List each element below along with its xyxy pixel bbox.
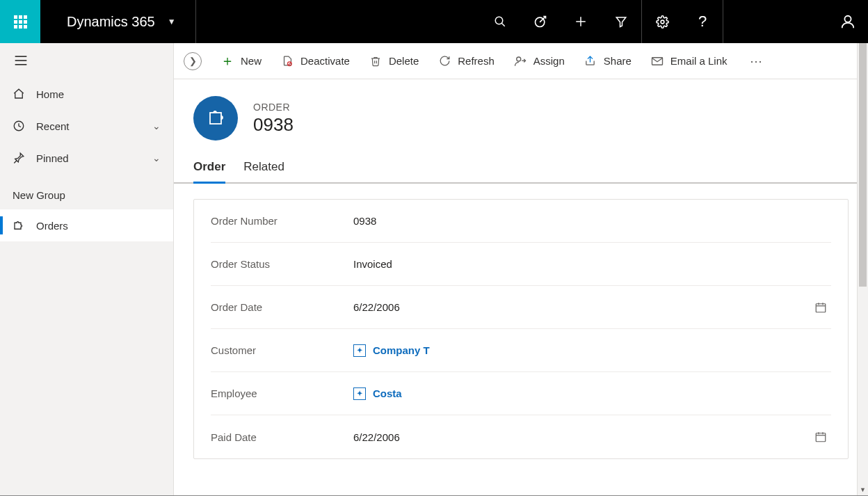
svg-point-8: [844, 16, 851, 22]
svg-line-1: [501, 23, 505, 26]
field-value: 6/22/2006: [353, 301, 814, 313]
lookup-icon: ✦: [353, 387, 366, 400]
gear-icon: [656, 15, 669, 29]
cmd-assign[interactable]: Assign: [514, 55, 565, 67]
trash-icon: [369, 55, 382, 67]
cmd-delete[interactable]: Delete: [369, 55, 419, 67]
tab-related[interactable]: Related: [243, 153, 284, 182]
cmd-share-label: Share: [604, 55, 632, 67]
puzzle-icon: [207, 110, 224, 127]
nav-orders[interactable]: Orders: [0, 209, 173, 241]
search-icon: [494, 15, 506, 28]
plus-icon: ＋: [221, 55, 234, 67]
lookup-icon: ✦: [353, 344, 366, 357]
plus-icon: [574, 15, 587, 28]
back-button[interactable]: ❯: [184, 52, 202, 70]
scroll-down-icon: ▼: [858, 484, 868, 495]
cmd-deactivate[interactable]: Deactivate: [281, 55, 350, 67]
clock-icon: [13, 120, 25, 132]
lookup-value[interactable]: ✦ Costa: [353, 387, 831, 400]
waffle-icon: [14, 15, 27, 29]
field-label: Employee: [211, 387, 353, 399]
record-entity-icon: [193, 96, 238, 141]
share-icon: [584, 55, 597, 67]
svg-rect-22: [816, 433, 826, 442]
svg-point-0: [495, 17, 503, 24]
cmd-refresh-label: Refresh: [458, 55, 495, 67]
field-label: Customer: [211, 344, 353, 356]
calendar-icon[interactable]: [814, 301, 831, 314]
settings-button[interactable]: [642, 0, 682, 43]
search-button[interactable]: [480, 0, 520, 43]
chevron-down-icon: ▼: [168, 17, 176, 26]
svg-rect-17: [210, 113, 221, 124]
field-customer[interactable]: Customer ✦ Company T: [211, 329, 831, 372]
field-employee[interactable]: Employee ✦ Costa: [211, 372, 831, 415]
lookup-text: Costa: [373, 387, 402, 399]
brand-switcher[interactable]: Dynamics 365 ▼: [40, 0, 196, 43]
nav-recent-label: Recent: [36, 120, 70, 132]
global-topbar: Dynamics 365 ▼ ?: [0, 0, 868, 43]
nav-orders-label: Orders: [36, 220, 68, 232]
record-entity-label: ORDER: [253, 102, 294, 113]
advanced-find-button[interactable]: [601, 0, 641, 43]
hamburger-icon: [14, 55, 28, 66]
cmd-email-link[interactable]: Email a Link: [651, 55, 728, 67]
tab-order[interactable]: Order: [193, 153, 225, 182]
account-button[interactable]: [828, 0, 868, 43]
lookup-value[interactable]: ✦ Company T: [353, 344, 831, 357]
app-launcher-button[interactable]: [0, 0, 40, 43]
chevron-right-icon: ❯: [189, 56, 197, 66]
nav-recent[interactable]: Recent ⌄: [0, 110, 173, 142]
svg-marker-6: [616, 17, 626, 27]
field-order-date[interactable]: Order Date 6/22/2006: [211, 286, 831, 329]
calendar-icon[interactable]: [814, 431, 831, 443]
cmd-new[interactable]: ＋ New: [221, 55, 262, 67]
help-button[interactable]: ?: [682, 0, 723, 43]
help-icon: ?: [698, 13, 707, 31]
cmd-deactivate-label: Deactivate: [300, 55, 350, 67]
form-tabs: Order Related: [174, 153, 868, 184]
cmd-new-label: New: [241, 55, 262, 67]
svg-rect-18: [816, 303, 826, 312]
cmd-share[interactable]: Share: [584, 55, 632, 67]
assign-icon: [514, 55, 527, 67]
vertical-scrollbar[interactable]: ▲ ▼: [857, 43, 868, 495]
form-section: Order Number 0938 Order Status Invoiced …: [193, 199, 849, 459]
field-order-status[interactable]: Order Status Invoiced: [211, 243, 831, 286]
scroll-thumb[interactable]: [859, 43, 867, 287]
chevron-down-icon: ⌄: [152, 120, 161, 131]
lookup-text: Company T: [373, 344, 430, 356]
email-link-icon: [651, 55, 664, 67]
cmd-assign-label: Assign: [533, 55, 565, 67]
field-label: Order Date: [211, 301, 353, 313]
cmd-refresh[interactable]: Refresh: [438, 55, 495, 67]
field-value: 0938: [353, 215, 831, 227]
nav-pinned[interactable]: Pinned ⌄: [0, 142, 173, 174]
tab-order-label: Order: [193, 160, 225, 173]
command-bar: ❯ ＋ New Deactivate Delete: [174, 43, 868, 79]
svg-point-7: [661, 20, 664, 24]
left-nav: Home Recent ⌄ Pinned ⌄ New Group Orders: [0, 43, 174, 495]
field-label: Order Number: [211, 215, 353, 227]
nav-home[interactable]: Home: [0, 78, 173, 110]
filter-icon: [615, 15, 627, 28]
quick-create-button[interactable]: [561, 0, 601, 43]
chevron-down-icon: ⌄: [152, 152, 161, 163]
task-button[interactable]: [520, 0, 561, 43]
field-label: Order Status: [211, 258, 353, 270]
target-icon: [533, 15, 547, 29]
puzzle-icon: [13, 219, 25, 232]
field-order-number[interactable]: Order Number 0938: [211, 200, 831, 243]
tab-related-label: Related: [243, 160, 284, 173]
brand-label: Dynamics 365: [67, 14, 155, 30]
deactivate-icon: [281, 55, 294, 67]
nav-toggle-button[interactable]: [0, 43, 173, 78]
refresh-icon: [438, 55, 451, 67]
cmd-email-link-label: Email a Link: [670, 55, 728, 67]
field-value: 6/22/2006: [353, 431, 814, 443]
svg-point-15: [517, 57, 521, 61]
field-paid-date[interactable]: Paid Date 6/22/2006: [211, 415, 831, 458]
field-label: Paid Date: [211, 431, 353, 443]
cmd-overflow[interactable]: ⋯: [750, 54, 764, 69]
